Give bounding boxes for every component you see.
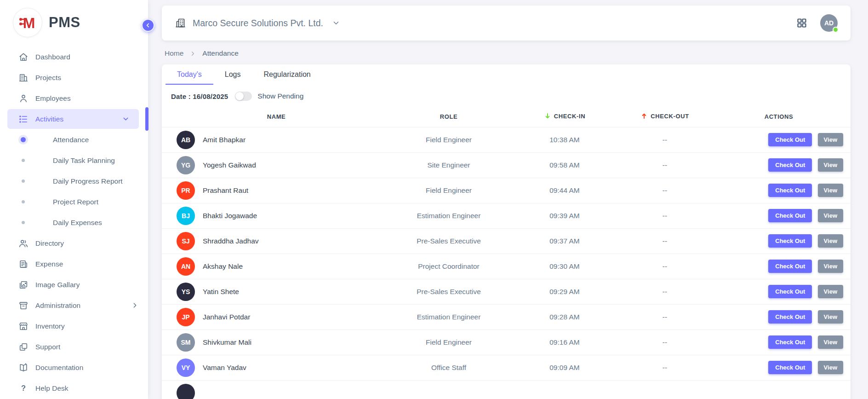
tabs: Today's Logs Regularization (162, 64, 851, 85)
row-avatar: SM (177, 333, 195, 352)
col-header-name: NAME (162, 107, 391, 127)
sidebar-item-image-gallary[interactable]: Image Gallary (0, 274, 148, 295)
employee-role: Office Staff (391, 355, 507, 380)
employee-name: Akshay Nale (203, 262, 243, 271)
sidebar-item-label: Daily Task Planning (53, 156, 115, 165)
row-avatar: AB (177, 131, 195, 149)
view-button[interactable]: View (818, 361, 843, 374)
employee-name: Vaman Yadav (203, 364, 246, 372)
breadcrumb-current: Attendance (202, 49, 238, 58)
company-selector[interactable]: Marco Secure Solutions Pvt. Ltd. (175, 17, 340, 29)
employee-name: Janhavi Potdar (203, 313, 250, 321)
sidebar-item-label: Image Gallary (35, 281, 80, 289)
row-avatar: BJ (177, 207, 195, 225)
bullet-icon (22, 200, 25, 203)
checkout-time: -- (622, 178, 707, 203)
check-out-button[interactable]: Check Out (768, 209, 812, 222)
check-out-button[interactable]: Check Out (768, 310, 812, 324)
view-button[interactable]: View (818, 184, 843, 197)
view-button[interactable]: View (818, 234, 843, 248)
employee-role: Pre-Sales Executive (391, 228, 507, 254)
check-out-button[interactable]: Check Out (768, 285, 812, 298)
sidebar-subitem-daily-task-planning[interactable]: Daily Task Planning (0, 150, 148, 171)
receipt-icon (18, 259, 29, 269)
user-avatar[interactable]: AD (820, 14, 838, 32)
view-button[interactable]: View (818, 285, 843, 298)
employee-name: Shraddha Jadhav (203, 237, 259, 245)
question-icon: ? (18, 383, 29, 393)
col-header-checkout[interactable]: CHECK-OUT (622, 107, 707, 127)
tab-regularization[interactable]: Regularization (252, 64, 322, 85)
checkout-time: -- (622, 228, 707, 254)
tab-todays[interactable]: Today's (166, 64, 213, 85)
date-label: Date : 16/08/2025 (171, 93, 228, 100)
check-out-button[interactable]: Check Out (768, 234, 812, 248)
sidebar-subitem-daily-progress-report[interactable]: Daily Progress Report (0, 171, 148, 191)
checkout-time: -- (622, 152, 707, 178)
view-button[interactable]: View (818, 133, 843, 146)
sidebar-subitem-attendance[interactable]: Attendance (0, 129, 148, 150)
sidebar-item-expense[interactable]: Expense (0, 254, 148, 274)
table-row: AN Akshay Nale Project Coordinator 09:30… (162, 254, 851, 279)
squares-icon (18, 342, 29, 352)
attendance-card: Today's Logs Regularization Date : 16/08… (162, 64, 851, 399)
view-button[interactable]: View (818, 335, 843, 349)
sidebar-item-label: Activities (35, 115, 63, 123)
checkout-time: -- (622, 203, 707, 228)
row-avatar: YG (177, 156, 195, 174)
employee-name: Shivkumar Mali (203, 338, 251, 347)
view-button[interactable]: View (818, 260, 843, 273)
sidebar: M PMS Dashboard Projects Employees Activ… (0, 0, 148, 399)
check-out-button[interactable]: Check Out (768, 158, 812, 172)
sidebar-item-employees[interactable]: Employees (0, 88, 148, 109)
sidebar-item-label: Dashboard (35, 53, 70, 61)
sidebar-item-label: Directory (35, 239, 64, 248)
breadcrumb-home[interactable]: Home (165, 49, 183, 58)
sidebar-subitem-daily-expenses[interactable]: Daily Expenses (0, 212, 148, 233)
employee-name: Prashant Raut (203, 186, 248, 195)
archive-icon (18, 301, 29, 311)
sidebar-item-documentation[interactable]: Documentation (0, 357, 148, 378)
sidebar-item-directory[interactable]: Directory (0, 233, 148, 254)
row-avatar: SJ (177, 232, 195, 250)
sidebar-item-label: Expense (35, 260, 63, 268)
person-icon (18, 93, 29, 104)
view-button[interactable]: View (818, 310, 843, 324)
user-initials: AD (824, 19, 834, 27)
row-avatar: VY (177, 359, 195, 377)
chevron-left-icon (145, 22, 151, 29)
table-row-partial (162, 380, 851, 399)
list-icon (18, 114, 29, 124)
toggle-knob (235, 92, 244, 100)
chevron-right-icon (189, 50, 196, 57)
apps-grid-icon[interactable] (796, 17, 807, 29)
check-out-button[interactable]: Check Out (768, 133, 812, 146)
sidebar-item-help-desk[interactable]: ? Help Desk (0, 378, 148, 399)
checkout-time: -- (622, 330, 707, 355)
check-out-button[interactable]: Check Out (768, 361, 812, 374)
tab-logs[interactable]: Logs (213, 64, 252, 85)
checkout-time: -- (622, 127, 707, 152)
logo-row: M PMS (0, 0, 148, 43)
sidebar-item-label: Employees (35, 94, 71, 103)
table-header-row: NAME ROLE CHECK-IN (162, 107, 851, 127)
sidebar-subitem-project-report[interactable]: Project Report (0, 191, 148, 212)
sidebar-item-activities[interactable]: Activities (7, 109, 139, 129)
sidebar-item-administration[interactable]: Administration (0, 295, 148, 316)
view-button[interactable]: View (818, 158, 843, 172)
chevron-down-icon (122, 115, 130, 123)
show-pending-toggle[interactable] (235, 92, 252, 101)
view-button[interactable]: View (818, 209, 843, 222)
sidebar-nav: Dashboard Projects Employees Activities … (0, 43, 148, 399)
sidebar-item-projects[interactable]: Projects (0, 67, 148, 88)
sidebar-item-dashboard[interactable]: Dashboard (0, 46, 148, 67)
check-out-button[interactable]: Check Out (768, 335, 812, 349)
employee-role: Site Engineer (391, 152, 507, 178)
table-row: YG Yogesh Gaikwad Site Engineer 09:58 AM… (162, 152, 851, 178)
check-out-button[interactable]: Check Out (768, 184, 812, 197)
sidebar-item-support[interactable]: Support (0, 336, 148, 357)
col-header-checkin[interactable]: CHECK-IN (507, 107, 622, 127)
check-out-button[interactable]: Check Out (768, 260, 812, 273)
sidebar-item-inventory[interactable]: Inventory (0, 316, 148, 336)
sidebar-collapse-button[interactable] (142, 19, 154, 32)
